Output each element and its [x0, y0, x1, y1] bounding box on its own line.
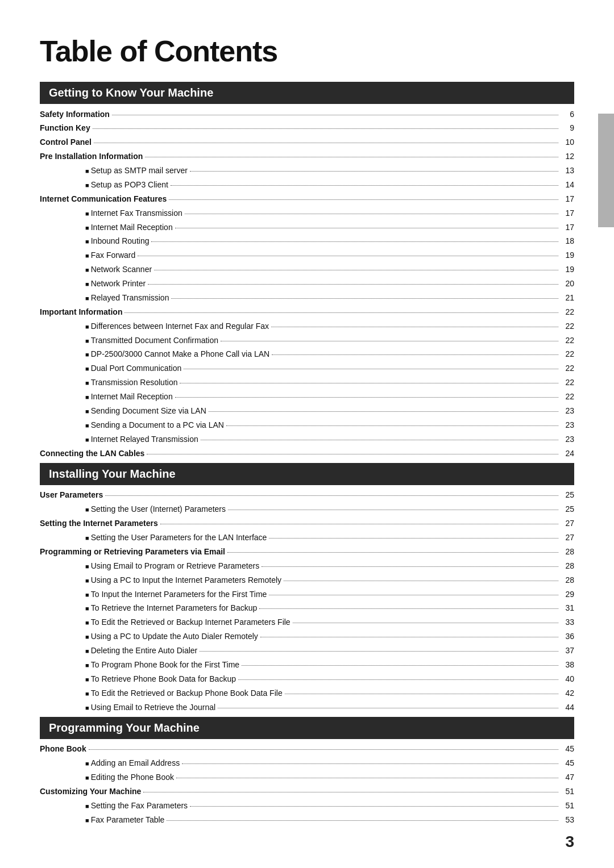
toc-page-number: 27	[561, 518, 574, 530]
toc-page-number: 24	[561, 448, 574, 460]
toc-entry-label: Internet Relayed Transmission	[85, 433, 198, 446]
toc-row: Differences between Internet Fax and Reg…	[40, 319, 574, 333]
toc-entry-label: Using Email to Retrieve the Journal	[85, 702, 215, 714]
toc-dots	[226, 425, 558, 426]
toc-page-number: 28	[561, 560, 574, 573]
toc-page-number: 25	[561, 503, 574, 516]
toc-entry-label: Using a PC to Update the Auto Dialer Rem…	[85, 631, 258, 643]
toc-page-number: 37	[561, 645, 574, 657]
toc-entry-label: Phone Book	[40, 743, 86, 756]
toc-dots	[171, 185, 558, 186]
toc-dots	[176, 778, 558, 778]
toc-dots	[238, 679, 558, 680]
toc-entry-label: To Edit the Retrieved or Backup Phone Bo…	[85, 687, 283, 700]
toc-entry-label: Relayed Transmission	[85, 292, 169, 304]
toc-page-number: 40	[561, 673, 574, 686]
right-tab	[598, 114, 614, 227]
toc-page-number: 44	[561, 702, 574, 714]
toc-entry-label: Fax Parameter Table	[85, 814, 164, 827]
toc-row: Fax Forward19	[40, 249, 574, 263]
toc-dots	[143, 792, 558, 792]
toc-row: Programming or Retrieving Parameters via…	[40, 545, 574, 559]
toc-row: To Input the Internet Parameters for the…	[40, 587, 574, 602]
toc-page-number: 23	[561, 433, 574, 446]
toc-row: Safety Information6	[40, 107, 574, 122]
toc-page-number: 51	[561, 800, 574, 812]
toc-row: Network Printer20	[40, 277, 574, 291]
toc-row: Sending Document Size via LAN23	[40, 404, 574, 418]
toc-entry-label: Internet Communication Features	[40, 193, 167, 206]
toc-dots	[260, 637, 558, 637]
toc-entry-label: Programming or Retrieving Parameters via…	[40, 546, 225, 558]
toc-entry-label: Deleting the Entire Auto Dialer	[85, 645, 197, 657]
toc-dots	[89, 749, 558, 750]
toc-dots	[272, 354, 558, 355]
toc-entry-label: DP-2500/3000 Cannot Make a Phone Call vi…	[85, 348, 269, 361]
toc-title: Table of Contents	[40, 34, 574, 68]
toc-page-number: 47	[561, 771, 574, 784]
toc-page-number: 17	[561, 222, 574, 234]
toc-entry-label: Internet Fax Transmission	[85, 207, 182, 220]
toc-row: Important Information22	[40, 305, 574, 319]
toc-entry-label: Connecting the LAN Cables	[40, 448, 144, 460]
toc-entry-label: Setting the User (Internet) Parameters	[85, 503, 226, 516]
toc-dots	[227, 552, 558, 553]
toc-page-number: 36	[561, 631, 574, 643]
toc-row: Setting the Fax Parameters51	[40, 799, 574, 813]
toc-page-number: 19	[561, 264, 574, 276]
toc-page-number: 19	[561, 249, 574, 262]
toc-dots	[151, 241, 558, 242]
toc-dots	[228, 510, 558, 510]
toc-row: Using Email to Retrieve the Journal44	[40, 700, 574, 715]
toc-entry-label: Using Email to Program or Retrieve Param…	[85, 560, 259, 573]
toc-row: Network Scanner19	[40, 263, 574, 277]
toc-dots	[160, 524, 558, 524]
toc-entry-label: Dual Port Communication	[85, 362, 181, 375]
toc-page-number: 22	[561, 320, 574, 333]
toc-entry-label: Fax Forward	[85, 249, 135, 262]
toc-page-number: 22	[561, 391, 574, 403]
toc-dots	[259, 608, 558, 609]
toc-row: Internet Relayed Transmission23	[40, 432, 574, 446]
toc-entry-label: Sending a Document to a PC via LAN	[85, 419, 224, 432]
toc-page-number: 17	[561, 193, 574, 206]
toc-row: Sending a Document to a PC via LAN23	[40, 418, 574, 432]
toc-page-number: 22	[561, 362, 574, 375]
toc-entry-label: Internet Mail Reception	[85, 222, 173, 234]
toc-entry-label: Function Key	[40, 122, 90, 135]
toc-entry-label: To Retrieve the Internet Parameters for …	[85, 602, 257, 615]
toc-entry-label: Inbound Routing	[85, 235, 149, 248]
toc-page-number: 27	[561, 532, 574, 544]
toc-row: Setup as POP3 Client14	[40, 178, 574, 192]
toc-row: To Edit the Retrieved or Backup Internet…	[40, 616, 574, 630]
toc-entry-label: Editing the Phone Book	[85, 771, 174, 784]
toc-dots	[201, 440, 558, 440]
toc-page-number: 12	[561, 151, 574, 163]
toc-page-number: 28	[561, 574, 574, 587]
toc-dots	[271, 327, 558, 327]
toc-row: Using a PC to Input the Internet Paramet…	[40, 573, 574, 587]
toc-entry-label: To Program Phone Book for the First Time	[85, 659, 239, 671]
toc-dots	[175, 397, 558, 398]
toc-entry-label: Customizing Your Machine	[40, 786, 141, 798]
toc-page-number: 33	[561, 616, 574, 629]
toc-section-getting-to-know: Safety Information6Function Key9Control …	[40, 107, 574, 461]
toc-dots	[185, 214, 558, 214]
toc-entry-label: Important Information	[40, 306, 122, 319]
toc-section-programming: Phone Book45Adding an Email Address45Edi…	[40, 742, 574, 827]
toc-row: User Parameters25	[40, 489, 574, 503]
toc-page-number: 17	[561, 207, 574, 220]
toc-page-number: 21	[561, 292, 574, 304]
toc-dots	[262, 566, 558, 567]
section-header-getting-to-know: Getting to Know Your Machine	[40, 82, 574, 104]
toc-dots	[180, 383, 558, 383]
toc-row: Relayed Transmission21	[40, 291, 574, 305]
toc-dots	[147, 454, 558, 454]
toc-entry-label: Control Panel	[40, 136, 92, 149]
toc-row: Deleting the Entire Auto Dialer37	[40, 644, 574, 658]
toc-row: Setting the Internet Parameters27	[40, 517, 574, 531]
toc-dots	[190, 806, 558, 807]
toc-row: Editing the Phone Book47	[40, 771, 574, 785]
toc-page-number: 53	[561, 814, 574, 827]
toc-row: Using Email to Program or Retrieve Param…	[40, 559, 574, 573]
